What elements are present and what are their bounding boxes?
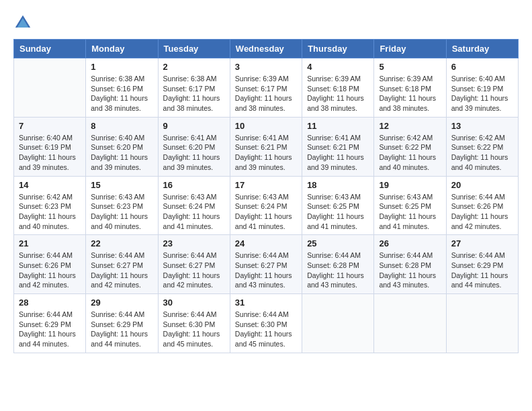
weekday-header-row: SundayMondayTuesdayWednesdayThursdayFrid… [14,40,519,58]
day-number: 9 [163,121,225,131]
day-number: 16 [163,180,225,190]
day-number: 11 [307,121,369,131]
calendar-cell: 5Sunrise: 6:39 AM Sunset: 6:18 PM Daylig… [374,58,446,118]
day-number: 5 [379,62,441,72]
day-number: 29 [91,298,152,308]
calendar-cell: 24Sunrise: 6:44 AM Sunset: 6:27 PM Dayli… [230,235,302,294]
calendar-cell: 16Sunrise: 6:43 AM Sunset: 6:24 PM Dayli… [158,176,230,235]
calendar-cell: 1Sunrise: 6:38 AM Sunset: 6:16 PM Daylig… [86,58,158,118]
calendar-cell: 26Sunrise: 6:44 AM Sunset: 6:28 PM Dayli… [374,235,446,294]
calendar-week-row: 21Sunrise: 6:44 AM Sunset: 6:26 PM Dayli… [14,235,519,294]
day-info: Sunrise: 6:44 AM Sunset: 6:30 PM Dayligh… [235,310,297,349]
day-info: Sunrise: 6:38 AM Sunset: 6:17 PM Dayligh… [163,74,225,113]
day-number: 20 [451,180,513,190]
day-number: 19 [379,180,441,190]
calendar-cell: 21Sunrise: 6:44 AM Sunset: 6:26 PM Dayli… [14,235,86,294]
calendar-cell: 8Sunrise: 6:40 AM Sunset: 6:20 PM Daylig… [86,117,158,176]
calendar-cell: 14Sunrise: 6:42 AM Sunset: 6:23 PM Dayli… [14,176,86,235]
day-number: 7 [19,121,81,131]
calendar-cell [14,58,86,118]
logo [13,13,34,32]
day-number: 22 [91,238,152,248]
calendar-cell: 30Sunrise: 6:44 AM Sunset: 6:30 PM Dayli… [158,294,230,353]
day-number: 28 [19,298,81,308]
day-number: 30 [163,298,225,308]
day-info: Sunrise: 6:39 AM Sunset: 6:18 PM Dayligh… [379,74,441,113]
day-number: 31 [235,298,297,308]
calendar-week-row: 7Sunrise: 6:40 AM Sunset: 6:19 PM Daylig… [14,117,519,176]
day-number: 24 [235,238,297,248]
calendar-cell: 28Sunrise: 6:44 AM Sunset: 6:29 PM Dayli… [14,294,86,353]
day-number: 15 [91,180,152,190]
day-number: 8 [91,121,152,131]
day-info: Sunrise: 6:42 AM Sunset: 6:22 PM Dayligh… [379,133,441,173]
calendar-cell: 18Sunrise: 6:43 AM Sunset: 6:25 PM Dayli… [302,176,374,235]
day-number: 6 [451,62,513,72]
calendar-week-row: 28Sunrise: 6:44 AM Sunset: 6:29 PM Dayli… [14,294,519,353]
day-info: Sunrise: 6:39 AM Sunset: 6:18 PM Dayligh… [307,74,369,113]
calendar-cell: 17Sunrise: 6:43 AM Sunset: 6:24 PM Dayli… [230,176,302,235]
day-info: Sunrise: 6:43 AM Sunset: 6:25 PM Dayligh… [379,192,441,232]
day-info: Sunrise: 6:44 AM Sunset: 6:26 PM Dayligh… [19,250,81,290]
day-number: 10 [235,121,297,131]
calendar-cell: 7Sunrise: 6:40 AM Sunset: 6:19 PM Daylig… [14,117,86,176]
day-info: Sunrise: 6:38 AM Sunset: 6:16 PM Dayligh… [91,74,152,113]
calendar-cell: 12Sunrise: 6:42 AM Sunset: 6:22 PM Dayli… [374,117,446,176]
day-info: Sunrise: 6:40 AM Sunset: 6:20 PM Dayligh… [91,133,152,173]
day-number: 3 [235,62,297,72]
day-info: Sunrise: 6:44 AM Sunset: 6:29 PM Dayligh… [91,310,152,349]
day-number: 27 [451,238,513,248]
day-number: 25 [307,238,369,248]
calendar-cell: 3Sunrise: 6:39 AM Sunset: 6:17 PM Daylig… [230,58,302,118]
day-number: 21 [19,238,81,248]
calendar-body: 1Sunrise: 6:38 AM Sunset: 6:16 PM Daylig… [14,58,519,353]
day-info: Sunrise: 6:42 AM Sunset: 6:23 PM Dayligh… [19,192,81,232]
day-info: Sunrise: 6:42 AM Sunset: 6:22 PM Dayligh… [451,133,513,173]
day-info: Sunrise: 6:44 AM Sunset: 6:29 PM Dayligh… [451,250,513,290]
day-number: 1 [91,62,152,72]
day-info: Sunrise: 6:43 AM Sunset: 6:23 PM Dayligh… [91,192,152,232]
weekday-header-cell: Saturday [446,40,518,58]
calendar-week-row: 1Sunrise: 6:38 AM Sunset: 6:16 PM Daylig… [14,58,519,118]
day-info: Sunrise: 6:41 AM Sunset: 6:21 PM Dayligh… [307,133,369,173]
calendar-cell: 15Sunrise: 6:43 AM Sunset: 6:23 PM Dayli… [86,176,158,235]
calendar-week-row: 14Sunrise: 6:42 AM Sunset: 6:23 PM Dayli… [14,176,519,235]
day-number: 18 [307,180,369,190]
calendar-cell: 2Sunrise: 6:38 AM Sunset: 6:17 PM Daylig… [158,58,230,118]
weekday-header-cell: Thursday [302,40,374,58]
calendar-cell: 29Sunrise: 6:44 AM Sunset: 6:29 PM Dayli… [86,294,158,353]
day-info: Sunrise: 6:44 AM Sunset: 6:28 PM Dayligh… [379,250,441,290]
calendar-cell: 9Sunrise: 6:41 AM Sunset: 6:20 PM Daylig… [158,117,230,176]
calendar-cell: 4Sunrise: 6:39 AM Sunset: 6:18 PM Daylig… [302,58,374,118]
day-info: Sunrise: 6:43 AM Sunset: 6:24 PM Dayligh… [163,192,225,232]
calendar-cell: 25Sunrise: 6:44 AM Sunset: 6:28 PM Dayli… [302,235,374,294]
day-number: 12 [379,121,441,131]
logo-icon [13,13,32,32]
day-info: Sunrise: 6:40 AM Sunset: 6:19 PM Dayligh… [451,74,513,113]
page-header [13,13,519,32]
day-number: 17 [235,180,297,190]
calendar-cell [374,294,446,353]
day-info: Sunrise: 6:39 AM Sunset: 6:17 PM Dayligh… [235,74,297,113]
day-info: Sunrise: 6:44 AM Sunset: 6:27 PM Dayligh… [235,250,297,290]
day-info: Sunrise: 6:43 AM Sunset: 6:25 PM Dayligh… [307,192,369,232]
day-info: Sunrise: 6:44 AM Sunset: 6:26 PM Dayligh… [451,192,513,232]
calendar-cell: 6Sunrise: 6:40 AM Sunset: 6:19 PM Daylig… [446,58,518,118]
calendar-cell [302,294,374,353]
calendar-cell: 27Sunrise: 6:44 AM Sunset: 6:29 PM Dayli… [446,235,518,294]
calendar-table: SundayMondayTuesdayWednesdayThursdayFrid… [13,39,519,353]
day-info: Sunrise: 6:43 AM Sunset: 6:24 PM Dayligh… [235,192,297,232]
day-number: 4 [307,62,369,72]
calendar-cell [446,294,518,353]
weekday-header-cell: Wednesday [230,40,302,58]
weekday-header-cell: Tuesday [158,40,230,58]
calendar-cell: 23Sunrise: 6:44 AM Sunset: 6:27 PM Dayli… [158,235,230,294]
weekday-header-cell: Friday [374,40,446,58]
day-info: Sunrise: 6:44 AM Sunset: 6:30 PM Dayligh… [163,310,225,349]
day-info: Sunrise: 6:41 AM Sunset: 6:21 PM Dayligh… [235,133,297,173]
calendar-cell: 20Sunrise: 6:44 AM Sunset: 6:26 PM Dayli… [446,176,518,235]
day-info: Sunrise: 6:44 AM Sunset: 6:28 PM Dayligh… [307,250,369,290]
calendar-cell: 10Sunrise: 6:41 AM Sunset: 6:21 PM Dayli… [230,117,302,176]
day-number: 26 [379,238,441,248]
calendar-cell: 19Sunrise: 6:43 AM Sunset: 6:25 PM Dayli… [374,176,446,235]
